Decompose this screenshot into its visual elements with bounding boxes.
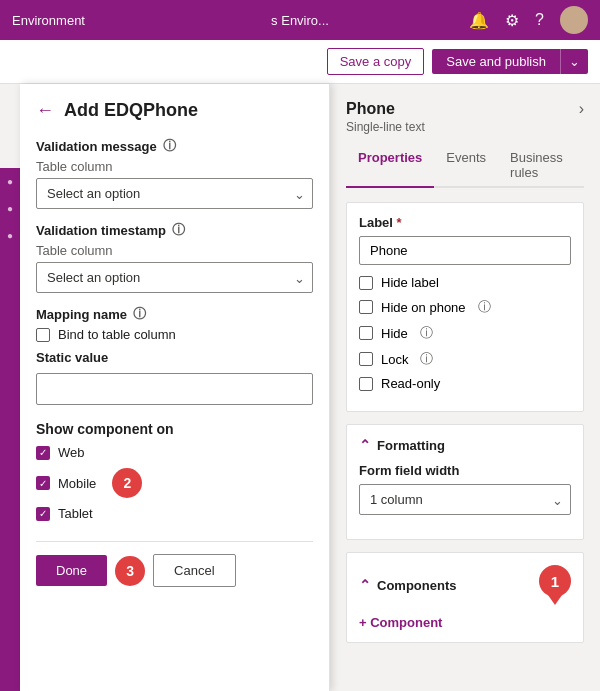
web-checkbox-row: ✓ Web <box>36 445 313 460</box>
formatting-title: Formatting <box>377 438 445 453</box>
formatting-heading: ⌃ Formatting <box>359 437 571 453</box>
enviro-text: s Enviro... <box>271 13 329 28</box>
add-component-label: + Component <box>359 615 442 630</box>
hide-label-text: Hide label <box>381 275 439 290</box>
back-button[interactable]: ← <box>36 100 54 121</box>
mobile-checkbox-row: ✓ Mobile 2 <box>36 468 313 498</box>
lock-checkbox[interactable] <box>359 352 373 366</box>
right-panel-chevron-icon[interactable]: › <box>579 100 584 118</box>
validation-message-select[interactable]: Select an option <box>36 178 313 209</box>
read-only-row: Read-only <box>359 376 571 391</box>
static-value-input[interactable] <box>36 373 313 405</box>
left-drawer-panel: ← Add EDQPhone Validation message ⓘ Tabl… <box>20 84 330 691</box>
components-chevron-icon: ⌃ <box>359 577 371 593</box>
components-heading: ⌃ Components 1 <box>359 565 571 605</box>
web-label: Web <box>58 445 85 460</box>
right-panel-subtitle: Single-line text <box>346 120 584 134</box>
formatting-section: ⌃ Formatting Form field width 1 column ⌄ <box>346 424 584 540</box>
mapping-name-info-icon[interactable]: ⓘ <box>133 305 146 323</box>
badge-3-circle: 3 <box>115 556 145 586</box>
badge-2-circle: 2 <box>112 468 142 498</box>
main-layout: ● ● ● ← Add EDQPhone Validation message … <box>0 84 600 691</box>
hide-on-phone-row: Hide on phone ⓘ <box>359 298 571 316</box>
cancel-button[interactable]: Cancel <box>153 554 235 587</box>
components-section: ⌃ Components 1 + Component <box>346 552 584 643</box>
save-publish-group: Save and publish ⌄ <box>432 49 588 74</box>
bell-icon[interactable]: 🔔 <box>469 11 489 30</box>
hide-label-checkbox[interactable] <box>359 276 373 290</box>
hide-label-row: Hide label <box>359 275 571 290</box>
done-button[interactable]: Done <box>36 555 107 586</box>
gear-icon[interactable]: ⚙ <box>505 11 519 30</box>
sidebar-dot-1: ● <box>7 176 13 187</box>
validation-message-select-wrapper: Select an option ⌄ <box>36 178 313 209</box>
validation-timestamp-info-icon[interactable]: ⓘ <box>172 221 185 239</box>
top-bar-actions: 🔔 ⚙ ? <box>469 6 588 34</box>
validation-message-label: Validation message ⓘ <box>36 137 313 155</box>
tablet-label: Tablet <box>58 506 93 521</box>
question-icon[interactable]: ? <box>535 11 544 29</box>
required-star: * <box>397 215 402 230</box>
show-component-label: Show component on <box>36 421 313 437</box>
tab-events[interactable]: Events <box>434 144 498 188</box>
left-sidebar-icons: ● ● ● <box>0 168 20 691</box>
badge-1-pin-triangle <box>548 595 562 605</box>
right-properties-panel: Phone › Single-line text Properties Even… <box>330 84 600 691</box>
hide-row: Hide ⓘ <box>359 324 571 342</box>
bind-to-table-label: Bind to table column <box>58 327 176 342</box>
right-panel-title: Phone <box>346 100 395 118</box>
tablet-checkbox[interactable]: ✓ <box>36 507 50 521</box>
hide-on-phone-text: Hide on phone <box>381 300 466 315</box>
static-value-label: Static value <box>36 350 313 365</box>
mapping-name-label: Mapping name ⓘ <box>36 305 313 323</box>
panel-footer: Done 3 Cancel <box>36 541 313 587</box>
table-column-label-2: Table column <box>36 243 313 258</box>
hide-info-icon[interactable]: ⓘ <box>420 324 433 342</box>
save-publish-caret[interactable]: ⌄ <box>560 49 588 74</box>
validation-timestamp-select-wrapper: Select an option ⌄ <box>36 262 313 293</box>
env-label: Environment <box>12 13 85 28</box>
tablet-checkbox-row: ✓ Tablet <box>36 506 313 521</box>
form-field-width-select-wrapper: 1 column ⌄ <box>359 484 571 515</box>
bind-to-table-row: Bind to table column <box>36 327 313 342</box>
validation-message-info-icon[interactable]: ⓘ <box>163 137 176 155</box>
sidebar-dot-2: ● <box>7 203 13 214</box>
hide-on-phone-info-icon[interactable]: ⓘ <box>478 298 491 316</box>
sidebar-dot-3: ● <box>7 230 13 241</box>
formatting-chevron-icon: ⌃ <box>359 437 371 453</box>
save-publish-button[interactable]: Save and publish <box>432 49 560 74</box>
lock-info-icon[interactable]: ⓘ <box>420 350 433 368</box>
components-title: Components <box>377 578 456 593</box>
tabs-row: Properties Events Business rules <box>346 144 584 188</box>
hide-on-phone-checkbox[interactable] <box>359 300 373 314</box>
tab-business-rules[interactable]: Business rules <box>498 144 584 188</box>
hide-checkbox[interactable] <box>359 326 373 340</box>
read-only-checkbox[interactable] <box>359 377 373 391</box>
web-checkbox[interactable]: ✓ <box>36 446 50 460</box>
validation-timestamp-select[interactable]: Select an option <box>36 262 313 293</box>
panel-header: ← Add EDQPhone <box>36 100 313 121</box>
action-bar: Save a copy Save and publish ⌄ <box>0 40 600 84</box>
right-panel-header: Phone › <box>346 100 584 118</box>
add-component-button[interactable]: + Component <box>359 615 571 630</box>
properties-form-section: Label * Hide label Hide on phone ⓘ Hide <box>346 202 584 412</box>
avatar[interactable] <box>560 6 588 34</box>
form-field-width-label: Form field width <box>359 463 571 478</box>
label-input[interactable] <box>359 236 571 265</box>
main-content-area: ← Add EDQPhone Validation message ⓘ Tabl… <box>20 84 600 691</box>
label-field-label: Label * <box>359 215 571 230</box>
panel-title: Add EDQPhone <box>64 100 198 121</box>
mobile-label: Mobile <box>58 476 96 491</box>
bind-to-table-checkbox[interactable] <box>36 328 50 342</box>
badge-3-container: 3 <box>115 556 145 586</box>
save-copy-button[interactable]: Save a copy <box>327 48 425 75</box>
top-bar: Environment s Enviro... 🔔 ⚙ ? <box>0 0 600 40</box>
badge-2-container: 2 <box>112 468 142 498</box>
hide-text: Hide <box>381 326 408 341</box>
mobile-checkbox[interactable]: ✓ <box>36 476 50 490</box>
read-only-text: Read-only <box>381 376 440 391</box>
tab-properties[interactable]: Properties <box>346 144 434 188</box>
form-field-width-select[interactable]: 1 column <box>359 484 571 515</box>
lock-row: Lock ⓘ <box>359 350 571 368</box>
badge-1-container: 1 <box>539 565 571 605</box>
